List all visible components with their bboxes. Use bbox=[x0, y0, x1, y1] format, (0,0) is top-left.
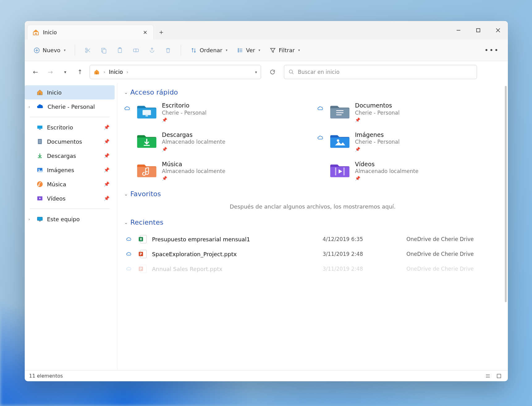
status-bar: 11 elementos bbox=[25, 370, 508, 381]
item-name: Descargas bbox=[162, 131, 308, 139]
quick-access-item[interactable]: DocumentosCherie - Personal📌 bbox=[317, 102, 501, 122]
up-button[interactable]: ↑ bbox=[75, 67, 85, 77]
file-date: 3/11/2019 2:48 bbox=[323, 266, 401, 272]
paste-button[interactable] bbox=[113, 44, 126, 56]
chevron-right-icon[interactable]: › bbox=[28, 104, 30, 109]
new-tab-button[interactable]: ＋ bbox=[154, 25, 169, 40]
favorites-empty-message: Después de anclar algunos archivos, los … bbox=[124, 203, 501, 210]
pin-icon[interactable]: 📌 bbox=[104, 139, 110, 144]
cloud-status-icon bbox=[124, 160, 132, 164]
address-bar[interactable]: › Inicio › ▾ bbox=[90, 65, 261, 79]
trash-icon bbox=[165, 47, 171, 54]
svg-rect-40 bbox=[39, 221, 41, 222]
recent-file-row[interactable]: XPresupuesto empresarial mensual14/12/20… bbox=[124, 232, 501, 247]
recent-file-row[interactable]: PSpaceExploration_Project.pptx3/11/2019 … bbox=[124, 247, 501, 261]
chevron-right-icon[interactable]: › bbox=[28, 217, 30, 222]
sidebar-home[interactable]: Inicio bbox=[25, 85, 115, 99]
sidebar-item-documents[interactable]: Documentos📌 bbox=[25, 134, 115, 149]
new-button[interactable]: Nuevo ▾ bbox=[30, 44, 69, 56]
sidebar-onedrive[interactable]: › Cherie - Personal bbox=[25, 99, 115, 114]
quick-access-item[interactable]: MúsicaAlmacenado localmente📌 bbox=[124, 160, 308, 181]
scrollbar[interactable] bbox=[505, 86, 507, 302]
toolbar-separator bbox=[75, 45, 75, 56]
music-icon bbox=[36, 181, 43, 188]
view-label: Ver bbox=[246, 47, 255, 53]
filter-button[interactable]: Filtrar ▾ bbox=[266, 44, 303, 56]
share-button[interactable] bbox=[146, 44, 158, 56]
quick-access-grid: EscritorioCherie - Personal📌DocumentosCh… bbox=[124, 102, 501, 181]
tab-home[interactable]: Inicio ✕ bbox=[27, 25, 154, 40]
details-view-button[interactable] bbox=[483, 373, 492, 379]
refresh-button[interactable] bbox=[265, 65, 280, 79]
copy-button[interactable] bbox=[97, 44, 110, 56]
pin-icon[interactable]: 📌 bbox=[104, 153, 110, 159]
sidebar-item-desktop[interactable]: Escritorio📌 bbox=[25, 120, 115, 134]
breadcrumb-item[interactable]: Inicio bbox=[109, 69, 123, 75]
sort-icon bbox=[190, 47, 197, 54]
sidebar-item-music[interactable]: Música📌 bbox=[25, 177, 115, 191]
group-header-favorites[interactable]: ⌄ Favoritos bbox=[124, 190, 501, 198]
sidebar-item-pictures[interactable]: Imágenes📌 bbox=[25, 163, 115, 177]
thumbnails-view-button[interactable] bbox=[494, 373, 504, 379]
sidebar-item-downloads[interactable]: Descargas📌 bbox=[25, 149, 115, 163]
quick-access-item[interactable]: ImágenesCherie - Personal📌 bbox=[317, 131, 501, 152]
recent-file-row[interactable]: PAnnual Sales Report.pptx3/11/2019 2:48O… bbox=[124, 261, 501, 276]
search-icon bbox=[289, 69, 294, 75]
maximize-button[interactable] bbox=[468, 21, 488, 40]
cut-button[interactable] bbox=[81, 44, 94, 56]
file-name: Presupuesto empresarial mensual1 bbox=[152, 236, 318, 243]
group-header-quick-access[interactable]: ⌄ Acceso rápido bbox=[124, 88, 501, 96]
forward-button[interactable]: → bbox=[45, 67, 56, 77]
svg-point-7 bbox=[86, 51, 87, 53]
rename-button[interactable] bbox=[129, 44, 142, 56]
sidebar-item-label: Música bbox=[47, 181, 66, 188]
pin-icon[interactable]: 📌 bbox=[104, 125, 110, 130]
sidebar-item-label: Cherie - Personal bbox=[48, 104, 95, 110]
sidebar-item-videos[interactable]: Vídeos📌 bbox=[25, 191, 115, 205]
quick-access-item[interactable]: EscritorioCherie - Personal📌 bbox=[124, 102, 308, 122]
pin-icon[interactable]: 📌 bbox=[104, 167, 110, 173]
file-name: Annual Sales Report.pptx bbox=[152, 266, 318, 272]
sidebar-this-pc[interactable]: › Este equipo bbox=[25, 212, 115, 226]
pin-icon: 📌 bbox=[162, 147, 308, 152]
search-input[interactable]: Buscar en inicio bbox=[284, 65, 477, 79]
svg-text:X: X bbox=[140, 238, 142, 241]
pictures-icon bbox=[36, 167, 43, 173]
breadcrumb-separator: › bbox=[127, 70, 129, 74]
recent-locations-button[interactable]: ▾ bbox=[60, 67, 70, 77]
svg-point-17 bbox=[238, 49, 239, 49]
chevron-down-icon: ▾ bbox=[298, 48, 300, 52]
back-button[interactable]: ← bbox=[30, 67, 41, 77]
item-location: Cherie - Personal bbox=[355, 109, 501, 116]
file-explorer-window: Inicio ✕ ＋ Nuevo ▾ Ordenar ▾ bbox=[25, 21, 508, 381]
pin-icon: 📌 bbox=[355, 147, 501, 152]
ellipsis-icon: ••• bbox=[484, 46, 499, 54]
quick-access-item[interactable]: VídeosAlmacenado localmente📌 bbox=[317, 160, 501, 181]
sidebar: Inicio › Cherie - Personal Escritorio📌Do… bbox=[25, 83, 117, 370]
address-dropdown[interactable]: ▾ bbox=[255, 70, 257, 74]
item-name: Imágenes bbox=[355, 131, 501, 139]
view-button[interactable]: Ver ▾ bbox=[234, 44, 263, 56]
delete-button[interactable] bbox=[162, 44, 175, 56]
pin-icon[interactable]: 📌 bbox=[104, 181, 110, 187]
item-name: Música bbox=[162, 160, 308, 168]
sort-button[interactable]: Ordenar ▾ bbox=[187, 44, 230, 56]
group-title: Favoritos bbox=[130, 190, 161, 198]
folder-icon bbox=[137, 160, 157, 179]
cloud-status-icon bbox=[317, 160, 325, 164]
close-window-button[interactable] bbox=[488, 21, 508, 40]
item-name: Escritorio bbox=[162, 102, 308, 109]
titlebar: Inicio ✕ ＋ bbox=[25, 21, 508, 40]
item-name: Vídeos bbox=[355, 160, 501, 168]
filter-label: Filtrar bbox=[279, 47, 295, 53]
minimize-button[interactable] bbox=[449, 21, 468, 40]
group-header-recents[interactable]: ⌄ Recientes bbox=[124, 218, 501, 226]
rename-icon bbox=[133, 47, 139, 54]
more-button[interactable]: ••• bbox=[481, 44, 502, 57]
quick-access-item[interactable]: DescargasAlmacenado localmente📌 bbox=[124, 131, 308, 152]
tab-close-button[interactable]: ✕ bbox=[142, 28, 149, 37]
cloud-status-icon bbox=[124, 102, 132, 112]
home-icon bbox=[32, 29, 39, 36]
pin-icon[interactable]: 📌 bbox=[104, 196, 110, 201]
svg-point-24 bbox=[289, 70, 293, 73]
